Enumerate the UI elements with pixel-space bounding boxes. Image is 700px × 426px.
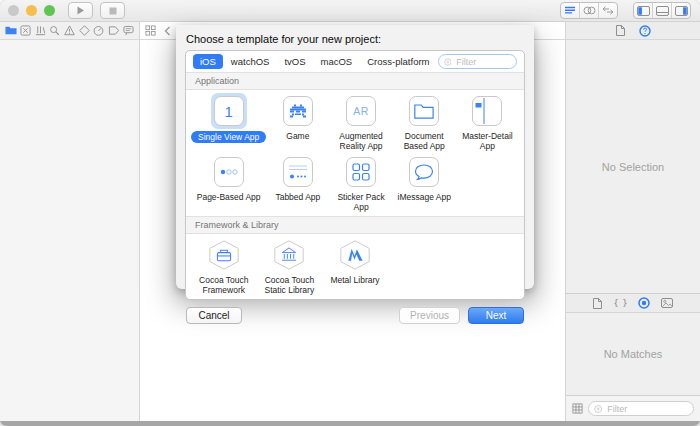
test-navigator-icon[interactable] bbox=[79, 25, 90, 36]
tab-macos[interactable]: macOS bbox=[314, 54, 360, 69]
platform-tab-bar: iOS watchOS tvOS macOS Cross-platform bbox=[186, 51, 524, 72]
section-header-framework-library: Framework & Library bbox=[186, 216, 524, 234]
framework-template-grid: Cocoa Touch Framework Cocoa Touch Static… bbox=[186, 234, 524, 299]
previous-button[interactable]: Previous bbox=[399, 307, 460, 324]
source-control-navigator-icon[interactable] bbox=[20, 25, 31, 36]
template-label: Sticker Pack App bbox=[329, 192, 392, 212]
navigator-panel bbox=[0, 22, 140, 421]
library-filter-field bbox=[588, 401, 694, 416]
section-header-application: Application bbox=[186, 72, 524, 90]
template-label: Cocoa Touch Framework bbox=[191, 275, 257, 295]
template-label: Game bbox=[286, 131, 309, 141]
template-game[interactable]: Game bbox=[266, 93, 329, 154]
debug-area-icon bbox=[656, 6, 669, 16]
version-editor-icon bbox=[602, 6, 614, 15]
cocoa-touch-framework-icon bbox=[207, 239, 241, 271]
navigator-content bbox=[0, 40, 139, 421]
template-label: Tabbed App bbox=[275, 192, 320, 202]
related-items-icon[interactable] bbox=[145, 25, 156, 36]
template-cocoa-touch-framework[interactable]: Cocoa Touch Framework bbox=[191, 237, 257, 298]
debug-navigator-icon[interactable] bbox=[93, 25, 104, 36]
quick-help-inspector-icon[interactable] bbox=[639, 25, 651, 37]
template-document-based-app[interactable]: Document Based App bbox=[393, 93, 456, 154]
imessage-app-icon bbox=[409, 157, 439, 187]
template-metal-library[interactable]: Metal Library bbox=[322, 237, 388, 298]
close-window-button[interactable] bbox=[8, 5, 19, 16]
standard-editor-button[interactable] bbox=[561, 3, 580, 18]
template-cocoa-touch-static-library[interactable]: Cocoa Touch Static Library bbox=[257, 237, 323, 298]
standard-editor-icon bbox=[564, 6, 576, 16]
icon-glyph: 1 bbox=[224, 103, 232, 120]
code-snippets-library-icon[interactable]: { } bbox=[613, 298, 626, 308]
sticker-pack-app-icon bbox=[346, 157, 376, 187]
file-inspector-icon[interactable] bbox=[616, 25, 625, 36]
navigator-panel-icon bbox=[637, 6, 650, 16]
no-selection-text: No Selection bbox=[602, 161, 664, 173]
view-toggle-segment bbox=[633, 2, 691, 19]
filter-icon bbox=[444, 57, 452, 67]
library-tab-bar: { } bbox=[566, 294, 700, 313]
template-chooser-dialog: Choose a template for your new project: … bbox=[176, 25, 534, 289]
template-master-detail-app[interactable]: Master-Detail App bbox=[456, 93, 519, 154]
template-label: Document Based App bbox=[393, 131, 456, 151]
template-label: Single View App bbox=[191, 131, 266, 143]
file-templates-library-icon[interactable] bbox=[593, 298, 602, 309]
library-grid-view-icon[interactable] bbox=[572, 403, 583, 414]
utilities-panel: No Selection { } No Matches bbox=[565, 22, 700, 421]
toggle-debug-area-button[interactable] bbox=[653, 3, 672, 18]
tab-watchos[interactable]: watchOS bbox=[224, 54, 277, 69]
template-label: Augmented Reality App bbox=[329, 131, 392, 151]
toggle-inspector-button[interactable] bbox=[672, 3, 690, 18]
run-button[interactable] bbox=[68, 2, 93, 19]
zoom-window-button[interactable] bbox=[44, 5, 55, 16]
game-icon bbox=[283, 96, 313, 126]
toggle-navigator-button[interactable] bbox=[634, 3, 653, 18]
media-library-icon[interactable] bbox=[661, 298, 673, 308]
stop-button[interactable] bbox=[100, 2, 125, 19]
single-view-app-icon: 1 bbox=[214, 96, 244, 126]
document-based-app-icon bbox=[409, 96, 439, 126]
library-filter-input[interactable] bbox=[605, 403, 688, 415]
template-page-based-app[interactable]: Page-Based App bbox=[191, 154, 266, 215]
library-content: No Matches bbox=[566, 313, 700, 395]
cocoa-touch-static-library-icon bbox=[272, 239, 306, 271]
template-imessage-app[interactable]: iMessage App bbox=[393, 154, 456, 215]
report-navigator-icon[interactable] bbox=[123, 25, 134, 36]
minimize-window-button[interactable] bbox=[26, 5, 37, 16]
template-label: Cocoa Touch Static Library bbox=[257, 275, 323, 295]
version-editor-button[interactable] bbox=[599, 3, 617, 18]
template-tabbed-app[interactable]: Tabbed App bbox=[266, 154, 329, 215]
template-augmented-reality-app[interactable]: AR Augmented Reality App bbox=[329, 93, 392, 154]
template-single-view-app[interactable]: 1 Single View App bbox=[191, 93, 266, 154]
dialog-button-bar: Cancel Previous Next bbox=[185, 300, 525, 332]
breakpoint-navigator-icon[interactable] bbox=[108, 25, 120, 36]
template-chooser: iOS watchOS tvOS macOS Cross-platform Ap… bbox=[185, 50, 525, 300]
objects-library-icon[interactable] bbox=[638, 297, 650, 309]
tab-cross-platform[interactable]: Cross-platform bbox=[360, 54, 436, 69]
symbol-navigator-icon[interactable] bbox=[35, 25, 46, 36]
page-based-app-icon bbox=[214, 157, 244, 187]
augmented-reality-app-icon: AR bbox=[346, 96, 376, 126]
metal-library-icon bbox=[338, 239, 372, 271]
template-label: Master-Detail App bbox=[456, 131, 519, 151]
cancel-button[interactable]: Cancel bbox=[186, 307, 242, 324]
stop-icon bbox=[109, 7, 117, 15]
editor-mode-segment bbox=[560, 2, 618, 19]
assistant-editor-button[interactable] bbox=[580, 3, 599, 18]
template-filter-input[interactable] bbox=[454, 56, 511, 68]
go-back-icon[interactable] bbox=[164, 26, 171, 36]
window-bottom-edge bbox=[0, 421, 700, 426]
tab-tvos[interactable]: tvOS bbox=[277, 54, 312, 69]
xcode-window: No Selection { } No Matches Cho bbox=[0, 0, 700, 426]
next-button[interactable]: Next bbox=[468, 307, 524, 324]
filter-icon bbox=[594, 404, 602, 414]
find-navigator-icon[interactable] bbox=[49, 25, 60, 36]
project-navigator-icon[interactable] bbox=[5, 25, 17, 36]
template-label: Page-Based App bbox=[197, 192, 261, 202]
issue-navigator-icon[interactable] bbox=[64, 25, 75, 36]
template-sticker-pack-app[interactable]: Sticker Pack App bbox=[329, 154, 392, 215]
inspector-content: No Selection bbox=[566, 40, 700, 294]
assistant-editor-icon bbox=[583, 6, 596, 15]
tab-ios[interactable]: iOS bbox=[193, 54, 223, 69]
icon-glyph: AR bbox=[353, 105, 369, 117]
